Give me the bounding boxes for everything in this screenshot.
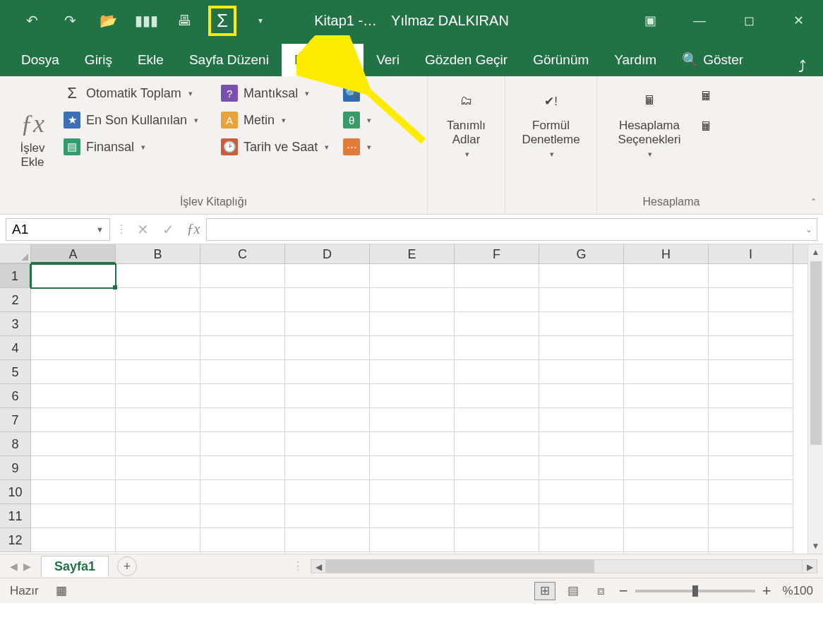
- close-button[interactable]: ✕: [774, 6, 823, 35]
- autosum-button[interactable]: ΣOtomatik Toplam▾: [64, 83, 198, 103]
- cell-F3[interactable]: [455, 312, 539, 336]
- cell-G1[interactable]: [539, 264, 624, 288]
- cell-B4[interactable]: [116, 336, 200, 360]
- cell-G8[interactable]: [539, 432, 624, 456]
- column-header-G[interactable]: G: [539, 244, 624, 263]
- undo-button[interactable]: ↶: [13, 6, 51, 35]
- cell-E8[interactable]: [370, 432, 455, 456]
- cell-G6[interactable]: [539, 384, 624, 408]
- cell-E12[interactable]: [370, 528, 455, 552]
- cell-D6[interactable]: [285, 384, 370, 408]
- cell-D10[interactable]: [285, 480, 370, 504]
- zoom-level[interactable]: %100: [783, 584, 813, 598]
- cell-A12[interactable]: [31, 528, 116, 552]
- cell-F8[interactable]: [455, 432, 539, 456]
- financial-button[interactable]: ▤Finansal▾: [64, 137, 198, 157]
- cell-D1[interactable]: [285, 264, 370, 288]
- cell-E9[interactable]: [370, 456, 455, 480]
- cell-I6[interactable]: [709, 384, 793, 408]
- cell-H6[interactable]: [624, 384, 709, 408]
- view-normal-button[interactable]: ⊞: [534, 582, 555, 600]
- cell-I10[interactable]: [709, 480, 793, 504]
- math-button[interactable]: θ▾: [343, 110, 371, 130]
- cell-G7[interactable]: [539, 408, 624, 432]
- column-header-H[interactable]: H: [624, 244, 709, 263]
- view-page-break-button[interactable]: ⧈: [591, 582, 612, 600]
- cell-G4[interactable]: [539, 336, 624, 360]
- column-header-D[interactable]: D: [285, 244, 370, 263]
- cell-A3[interactable]: [31, 312, 116, 336]
- cell-B12[interactable]: [116, 528, 200, 552]
- cell-I4[interactable]: [709, 336, 793, 360]
- cell-B11[interactable]: [116, 504, 200, 528]
- cell-E4[interactable]: [370, 336, 455, 360]
- cell-G10[interactable]: [539, 480, 624, 504]
- row-header-8[interactable]: 8: [0, 432, 31, 456]
- sheet-splitter[interactable]: ⋮: [292, 559, 305, 573]
- datetime-button[interactable]: 🕑Tarih ve Saat▾: [221, 137, 329, 157]
- cell-I5[interactable]: [709, 360, 793, 384]
- cell-G12[interactable]: [539, 528, 624, 552]
- name-box[interactable]: A1▼: [6, 218, 110, 241]
- minimize-button[interactable]: —: [675, 6, 724, 35]
- insert-function-button[interactable]: ƒx İşlev Ekle: [10, 83, 55, 194]
- cell-A4[interactable]: [31, 336, 116, 360]
- cell-C6[interactable]: [200, 384, 285, 408]
- cell-H5[interactable]: [624, 360, 709, 384]
- cell-H8[interactable]: [624, 432, 709, 456]
- cell-A8[interactable]: [31, 432, 116, 456]
- scroll-up-icon[interactable]: ▲: [812, 244, 820, 260]
- autosum-qat-button[interactable]: Σ: [203, 6, 241, 35]
- quickprint-button[interactable]: 🖶: [165, 6, 203, 35]
- cell-G9[interactable]: [539, 456, 624, 480]
- fx-button[interactable]: ƒx: [181, 221, 206, 237]
- logical-button[interactable]: ?Mantıksal▾: [221, 83, 329, 103]
- zoom-slider[interactable]: [635, 590, 755, 592]
- cell-I9[interactable]: [709, 456, 793, 480]
- cell-C3[interactable]: [200, 312, 285, 336]
- cancel-formula-button[interactable]: ✕: [130, 221, 155, 238]
- cell-H12[interactable]: [624, 528, 709, 552]
- cell-H3[interactable]: [624, 312, 709, 336]
- cell-C1[interactable]: [200, 264, 285, 288]
- cell-C7[interactable]: [200, 408, 285, 432]
- sheet-tab-active[interactable]: Sayfa1: [41, 556, 109, 577]
- scroll-right-icon[interactable]: ▶: [802, 559, 817, 573]
- cell-C9[interactable]: [200, 456, 285, 480]
- calc-sheet-button[interactable]: 🖩: [700, 118, 713, 136]
- cell-I3[interactable]: [709, 312, 793, 336]
- cell-I8[interactable]: [709, 432, 793, 456]
- row-header-10[interactable]: 10: [0, 480, 31, 504]
- cell-A1[interactable]: [31, 264, 116, 288]
- cell-I7[interactable]: [709, 408, 793, 432]
- cell-B1[interactable]: [116, 264, 200, 288]
- cell-B2[interactable]: [116, 288, 200, 312]
- share-button[interactable]: ⤴: [790, 58, 815, 76]
- row-header-2[interactable]: 2: [0, 288, 31, 312]
- calc-now-button[interactable]: 🖩: [700, 88, 713, 105]
- tab-help[interactable]: Yardım: [601, 44, 669, 76]
- tab-tellme[interactable]: 🔍Göster: [669, 43, 756, 76]
- column-header-I[interactable]: I: [709, 244, 793, 263]
- cell-I2[interactable]: [709, 288, 793, 312]
- cell-F6[interactable]: [455, 384, 539, 408]
- maximize-button[interactable]: ◻: [724, 6, 774, 35]
- expand-formula-bar[interactable]: ⌄: [805, 225, 812, 234]
- cell-A11[interactable]: [31, 504, 116, 528]
- formula-auditing-button[interactable]: ✔! Formül Denetleme▾: [515, 83, 587, 207]
- formula-input[interactable]: ⌄: [206, 218, 817, 241]
- cell-H10[interactable]: [624, 480, 709, 504]
- cell-F11[interactable]: [455, 504, 539, 528]
- row-header-3[interactable]: 3: [0, 312, 31, 336]
- cell-H9[interactable]: [624, 456, 709, 480]
- view-page-layout-button[interactable]: ▤: [563, 582, 584, 600]
- macro-record-icon[interactable]: ▦: [56, 583, 67, 598]
- cell-B9[interactable]: [116, 456, 200, 480]
- cell-D9[interactable]: [285, 456, 370, 480]
- row-header-4[interactable]: 4: [0, 336, 31, 360]
- column-header-C[interactable]: C: [200, 244, 285, 263]
- cell-E6[interactable]: [370, 384, 455, 408]
- redo-button[interactable]: ↷: [51, 6, 89, 35]
- collapse-ribbon-button[interactable]: ˄: [811, 197, 816, 208]
- cell-A7[interactable]: [31, 408, 116, 432]
